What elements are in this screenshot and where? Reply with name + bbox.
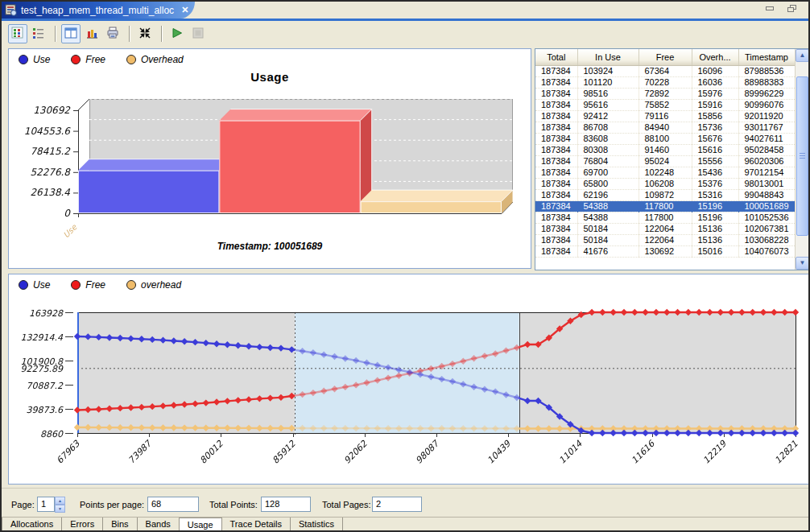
toolbar-separator: [129, 26, 130, 42]
list-view-icon: [32, 27, 45, 41]
editor-tab-bar: test_heap_mem_thread_multi_alloc ✕: [2, 2, 808, 19]
spin-up-icon[interactable]: ▲: [55, 497, 65, 505]
table-row[interactable]: 1873845018412206415136103068228: [535, 234, 795, 245]
total-points-label: Total Points:: [209, 500, 258, 509]
table-scrollbar[interactable]: ▲ ▼: [795, 49, 808, 270]
table-row[interactable]: 18738486708849401573693011767: [535, 122, 795, 133]
toolbar-separator: [161, 26, 163, 42]
page-spinner-buttons[interactable]: ▲ ▼: [55, 497, 65, 512]
legend-item-overhead: overhead: [126, 279, 181, 291]
view-tab-errors[interactable]: Errors: [62, 518, 103, 532]
table-row[interactable]: 1873845438811780015196100051689: [535, 200, 795, 212]
editor-tab-title: test_heap_mem_thread_multi_alloc: [21, 5, 174, 16]
usage-table-panel: Total In Use Free Overh... Timestamp 187…: [535, 48, 809, 270]
trend-legend: Use Free overhead: [19, 279, 181, 291]
run-button[interactable]: [167, 24, 187, 43]
stop-button[interactable]: [188, 24, 208, 43]
table-row[interactable]: 1873845018412206415136102067381: [535, 223, 795, 234]
col-header-total[interactable]: Total: [535, 49, 577, 65]
usage-bar-chart[interactable]: [10, 91, 531, 239]
editor-tab[interactable]: test_heap_mem_thread_multi_alloc ✕: [2, 2, 195, 19]
table-row[interactable]: 18738483608881001567694027611: [535, 133, 795, 144]
view-tab-statistics[interactable]: Statistics: [291, 518, 343, 532]
view-window-controls: [765, 5, 797, 14]
restore-icon[interactable]: [787, 5, 797, 14]
minimize-icon[interactable]: [765, 5, 775, 14]
table-row[interactable]: 18738495616758521591690996076: [535, 99, 795, 110]
use-swatch-icon: [19, 280, 28, 290]
print-icon: [106, 27, 119, 41]
legend-item-use: Use: [19, 54, 50, 65]
usage-legend: Use Free Overhead: [19, 54, 184, 65]
table-row[interactable]: 1873845438811780015196101052536: [535, 212, 795, 223]
legend-item-free: Free: [71, 279, 105, 291]
legend-item-free: Free: [71, 54, 105, 65]
combined-view-button[interactable]: [61, 24, 81, 43]
fit-window-icon: [138, 27, 151, 41]
page-label: Page:: [11, 500, 35, 509]
table-row[interactable]: 18738476804950241555696020306: [535, 155, 795, 167]
print-button[interactable]: [103, 24, 122, 43]
scroll-down-icon[interactable]: ▼: [796, 257, 809, 270]
trend-chart-panel: Use Free overhead: [8, 274, 809, 485]
paging-controls: Page: 1 ▲ ▼ Points per page: 68 Total Po…: [2, 488, 808, 517]
table-row[interactable]: 18738498516728921597689996229: [535, 88, 795, 99]
view-tab-trace-details[interactable]: Trace Details: [222, 518, 291, 532]
col-header-free[interactable]: Free: [638, 49, 692, 65]
usage-chart-title: Usage: [9, 70, 531, 84]
table-row[interactable]: 1873844167613069215016104076073: [535, 245, 795, 257]
overhead-swatch-icon: [126, 280, 136, 290]
free-swatch-icon: [71, 280, 81, 290]
trace-app-icon: [5, 4, 18, 17]
col-header-in-use[interactable]: In Use: [577, 49, 638, 65]
scrollbar-thumb[interactable]: [796, 76, 808, 236]
table-row[interactable]: 187384658001062081537698013001: [535, 178, 795, 189]
app-window: test_heap_mem_thread_multi_alloc ✕: [0, 0, 810, 532]
total-points-field[interactable]: 128: [261, 497, 311, 512]
run-icon: [171, 27, 184, 41]
scroll-up-icon[interactable]: ▲: [796, 49, 809, 62]
combined-view-icon: [64, 27, 77, 41]
table-row[interactable]: 187384101120702281603688988383: [535, 76, 795, 88]
grid-view-button[interactable]: [8, 24, 27, 43]
view-tab-allocations[interactable]: Allocations: [2, 518, 62, 532]
page-spinner[interactable]: 1: [37, 497, 55, 512]
overhead-swatch-icon: [126, 55, 136, 64]
points-per-page-field[interactable]: 68: [147, 497, 199, 512]
grid-view-icon: [11, 27, 24, 41]
total-pages-label: Total Pages:: [322, 500, 371, 509]
view-tab-usage[interactable]: Usage: [180, 518, 222, 532]
col-header-timestamp[interactable]: Timestamp: [738, 49, 795, 65]
chart-view-icon: [85, 27, 98, 41]
timestamp-label: Timestamp: 100051689: [9, 241, 531, 252]
table-row[interactable]: 187384103924673641609687988536: [535, 65, 795, 76]
col-header-overhead[interactable]: Overh...: [692, 49, 738, 65]
view-tab-bins[interactable]: Bins: [103, 518, 137, 532]
close-icon[interactable]: ✕: [181, 5, 188, 15]
table-row[interactable]: 18738480308914601561695028458: [535, 144, 795, 155]
usage-trend-chart[interactable]: [9, 307, 808, 484]
table-header-row: Total In Use Free Overh... Timestamp: [535, 49, 795, 65]
free-swatch-icon: [71, 55, 81, 64]
legend-item-overhead: Overhead: [126, 54, 184, 65]
stop-icon: [192, 27, 205, 41]
fit-window-button[interactable]: [135, 24, 155, 43]
use-swatch-icon: [19, 55, 28, 64]
usage-table: Total In Use Free Overh... Timestamp 187…: [535, 49, 796, 258]
legend-item-use: Use: [19, 279, 50, 291]
view-tab-bands[interactable]: Bands: [138, 518, 180, 532]
toolbar-separator: [55, 26, 56, 42]
chart-view-button[interactable]: [82, 24, 101, 43]
spin-down-icon[interactable]: ▼: [55, 505, 65, 513]
total-pages-field[interactable]: 2: [372, 497, 422, 512]
table-row[interactable]: 187384697001022481543697012154: [535, 167, 795, 178]
list-view-button[interactable]: [29, 24, 48, 43]
table-row[interactable]: 18738492412791161585692011920: [535, 110, 795, 122]
points-per-page-label: Points per page:: [80, 500, 144, 509]
table-row[interactable]: 187384621961098721531699048843: [535, 189, 795, 200]
view-tab-bar: AllocationsErrorsBinsBandsUsageTrace Det…: [2, 517, 808, 532]
toolbar: [2, 21, 808, 47]
usage-chart-panel: Use Free Overhead Usage Timestamp: 10005…: [8, 48, 531, 269]
scrollbar-grip-icon: [800, 153, 805, 159]
